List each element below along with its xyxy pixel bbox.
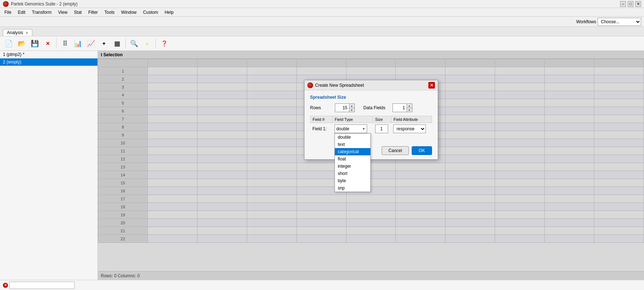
data-fields-up-btn[interactable]: ▲ (407, 104, 412, 108)
dropdown-item-snp[interactable]: snp (335, 184, 370, 192)
ok-button[interactable]: OK (412, 146, 432, 155)
dialog-close-button[interactable]: ✕ (428, 82, 435, 89)
line-chart-btn[interactable]: 📈 (85, 38, 97, 49)
dialog-title-text: Create New Spreadsheet (315, 83, 428, 88)
sidebar-item-empty-label: 2 (empty) (3, 60, 21, 65)
heatmap-btn[interactable]: ▦ (111, 38, 123, 49)
size-cell (373, 123, 391, 135)
dialog-title-bar: Create New Spreadsheet ✕ (304, 80, 438, 90)
dialog-footer: Cancel OK (304, 143, 438, 159)
tab-analysis-label: Analysis (7, 30, 23, 35)
dropdown-item-byte[interactable]: byte (335, 177, 370, 184)
cancel-button[interactable]: Cancel (382, 146, 409, 155)
data-fields-spinner-btns: ▲ ▼ (407, 104, 412, 112)
maximize-button[interactable]: □ (628, 1, 633, 7)
tab-analysis[interactable]: Analysis ✕ (3, 29, 32, 36)
sidebar-item-empty[interactable]: 2 (empty) (0, 58, 97, 66)
field-config-table: Field # Field Type Size Field Attribute … (310, 116, 432, 135)
menu-item-transform[interactable]: Transform (29, 9, 54, 16)
tab-bar: Analysis ✕ (0, 27, 644, 36)
save-btn[interactable]: 💾 (29, 38, 41, 49)
error-indicator[interactable]: ✕ (3, 283, 8, 288)
app-icon (3, 1, 9, 7)
menu-item-tools[interactable]: Tools (101, 9, 117, 16)
dialog-body: Spreadsheet Size Rows ▲ ▼ Data Fields (304, 90, 438, 143)
close-button[interactable]: ✕ (635, 1, 641, 7)
bottom-bar: ✕ (0, 280, 644, 290)
close-file-btn[interactable]: ✕ (42, 38, 54, 49)
minimize-button[interactable]: – (620, 1, 626, 7)
dropdown-item-categorical[interactable]: categorical (335, 148, 370, 155)
menu-item-edit[interactable]: Edit (15, 9, 28, 16)
col-size: Size (373, 116, 391, 123)
field-type-cell: double ▼ double text categorical (332, 123, 373, 135)
search-btn[interactable]: 🔍 (128, 38, 140, 49)
col-field-type: Field Type (332, 116, 373, 123)
rows-datafields-row: Rows ▲ ▼ Data Fields ▲ (310, 103, 432, 112)
dropdown-item-short[interactable]: short (335, 170, 370, 177)
data-fields-input[interactable] (393, 104, 407, 112)
menu-item-view[interactable]: View (55, 9, 70, 16)
menu-item-file[interactable]: File (1, 9, 14, 16)
col-field-num: Field # (310, 116, 332, 123)
workflow-bar: Workflows Choose... (0, 17, 644, 27)
data-fields-label: Data Fields (363, 105, 390, 110)
field-1-label: Field 1: (310, 123, 332, 135)
field-type-list[interactable]: double text categorical float integer sh… (335, 133, 371, 192)
bar-chart-btn[interactable]: 📊 (72, 38, 84, 49)
data-fields-spinner[interactable]: ▲ ▼ (392, 103, 412, 112)
rows-label: Rows (310, 105, 332, 110)
rows-spinner[interactable]: ▲ ▼ (335, 103, 355, 112)
rows-input[interactable] (335, 104, 349, 112)
dialog: Create New Spreadsheet ✕ Spreadsheet Siz… (304, 80, 438, 160)
dropdown-arrow-icon: ▼ (362, 127, 365, 131)
dropdown-item-double[interactable]: double (335, 134, 370, 141)
open-btn[interactable]: 📂 (16, 38, 28, 49)
dialog-app-icon (307, 82, 313, 88)
error-text-input[interactable] (9, 282, 75, 289)
sidebar-item-ptmp2-label: 1 (ptmp2) * (3, 52, 24, 57)
data-fields-down-btn[interactable]: ▼ (407, 108, 412, 112)
tab-analysis-close[interactable]: ✕ (25, 31, 28, 35)
rows-spinner-btns: ▲ ▼ (349, 104, 354, 112)
new-btn[interactable]: 📄 (3, 38, 14, 49)
sidebar: 1 (ptmp2) * 2 (empty) (0, 51, 98, 280)
toolbar: 📄 📂 💾 ✕ ⠿ 📊 📈 ✦ ▦ 🔍 ⬦ ❓ (0, 36, 644, 51)
field-type-dropdown[interactable]: double ▼ double text categorical (335, 124, 367, 133)
help-btn[interactable]: ❓ (158, 38, 170, 49)
field-type-selected-value: double (336, 126, 349, 131)
star-btn[interactable]: ✦ (98, 38, 110, 49)
dropdown-item-text[interactable]: text (335, 141, 370, 148)
menu-item-window[interactable]: Window (118, 9, 140, 16)
main-area: 1 (ptmp2) * 2 (empty) t Selection (0, 51, 644, 280)
field-1-row: Field 1: double ▼ (310, 123, 432, 135)
field-attr-cell: response predictor id label (391, 123, 432, 135)
toolbar-sep-3 (155, 38, 156, 49)
dropdown-item-integer[interactable]: integer (335, 163, 370, 170)
field-attr-select[interactable]: response predictor id label (393, 124, 426, 133)
rows-down-btn[interactable]: ▼ (349, 108, 354, 112)
col-field-attr: Field Attribute (391, 116, 432, 123)
spreadsheet-size-label: Spreadsheet Size (310, 95, 432, 100)
size-input[interactable] (375, 124, 388, 133)
toolbar-sep-1 (56, 38, 57, 49)
workflow-select[interactable]: Choose... (598, 18, 641, 26)
content-area: t Selection (98, 51, 644, 280)
toolbar-sep-2 (125, 38, 126, 49)
field-type-select-btn[interactable]: double ▼ (335, 124, 367, 133)
menu-item-custom[interactable]: Custom (140, 9, 161, 16)
workflow-label: Workflows (576, 19, 596, 24)
menu-item-help[interactable]: Help (162, 9, 176, 16)
sidebar-item-ptmp2[interactable]: 1 (ptmp2) * (0, 51, 97, 58)
title-bar: Partek Genomics Suite - 2 (empty) – □ ✕ (0, 0, 644, 8)
rows-up-btn[interactable]: ▲ (349, 104, 354, 108)
menu-item-filter[interactable]: Filter (85, 9, 101, 16)
filter-btn[interactable]: ⬦ (141, 38, 153, 49)
title-text: Partek Genomics Suite - 2 (empty) (11, 1, 619, 7)
menu-item-stat[interactable]: Stat (71, 9, 84, 16)
scatter-btn[interactable]: ⠿ (59, 38, 71, 49)
dropdown-item-float[interactable]: float (335, 155, 370, 163)
modal-overlay: Create New Spreadsheet ✕ Spreadsheet Siz… (98, 51, 644, 280)
menu-bar: FileEditTransformViewStatFilterToolsWind… (0, 8, 644, 17)
field-table-header-row: Field # Field Type Size Field Attribute (310, 116, 432, 123)
